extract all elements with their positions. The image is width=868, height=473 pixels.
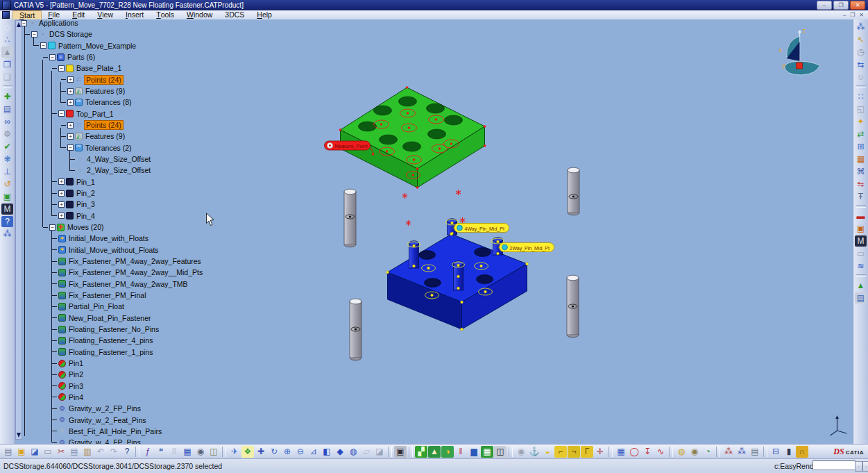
duplicate-cards-button[interactable]: ▤	[1, 103, 13, 115]
tree-item-moves-20-[interactable]: −✚Moves (20)	[15, 222, 223, 233]
tree-expander-icon[interactable]: +	[58, 201, 65, 208]
tree-item-points-24-[interactable]: +∷Points (24)	[15, 74, 223, 85]
transfer-arrows-button[interactable]: ⇋	[855, 179, 867, 190]
dcs-histogram-button[interactable]: ‖	[454, 446, 467, 458]
measure-points-button[interactable]: ∷	[855, 91, 867, 102]
tree-item-base-plate-1[interactable]: −Base_Plate_1	[15, 63, 223, 74]
color-map-grid-button[interactable]: ▦	[855, 153, 867, 165]
dcs-graph-button[interactable]: ▆	[468, 446, 480, 458]
undo-button[interactable]: ↶	[94, 446, 107, 458]
camera-capture-button[interactable]: ▣	[394, 446, 407, 458]
tolerance-panel-button[interactable]: ⊞	[855, 141, 867, 152]
easyrender-input[interactable]	[812, 460, 856, 470]
screen-player-button[interactable]: ▭	[855, 248, 867, 259]
fit-all-in-button[interactable]: ❖	[241, 446, 254, 458]
cut-button[interactable]: ✂	[55, 446, 67, 458]
validate-check-button[interactable]: ✔	[1, 141, 13, 152]
formula-fx-button[interactable]: ƒ	[142, 446, 154, 458]
tree-item-pin-3[interactable]: +Pin_3	[15, 199, 223, 210]
tree-item-tolerances-2-[interactable]: −ººTolerances (2)	[15, 142, 223, 153]
sparkle-wand-button[interactable]: ✦	[855, 116, 867, 127]
tree-item-fix-fastener-pm-4way-2way-features[interactable]: Fix_Fastener_PM_4way_2way_Features	[15, 256, 223, 267]
tree-expander-icon[interactable]: +	[67, 122, 74, 128]
undo-locked-button[interactable]: ↺	[1, 179, 13, 190]
tree-item-initial-move-with-floats[interactable]: ✶Initial_Move_with_Floats	[15, 233, 223, 244]
save-button[interactable]: ◪	[28, 446, 41, 458]
menu-file[interactable]: File	[42, 10, 66, 19]
tree-expander-icon[interactable]: −	[58, 65, 65, 72]
doc-close-icon[interactable]: ✕	[859, 12, 864, 18]
time-analysis-button[interactable]: ◷	[855, 47, 867, 58]
tree-expander-icon[interactable]: −	[67, 144, 74, 151]
ground-anchor-button[interactable]: ⊥	[1, 166, 13, 177]
dcs-six-way-jack-button[interactable]: ✛	[594, 446, 606, 458]
structure-diagram-1-button[interactable]: ⁂	[722, 446, 735, 458]
blue-pin-left[interactable]	[408, 241, 420, 268]
restore-icon[interactable]: ❐	[833, 1, 849, 10]
movie-recorder-button[interactable]: M	[855, 235, 867, 247]
tree-expander-icon[interactable]: −	[58, 110, 65, 117]
design-table-button[interactable]: ▦	[181, 446, 194, 458]
normal-view-button[interactable]: ⊿	[307, 446, 320, 458]
tree-item-floating-fastener-4-pins[interactable]: Floating_Fastener_4_pins	[15, 335, 223, 346]
menu-tools[interactable]: Tools	[150, 10, 180, 19]
tree-expander-icon[interactable]: +	[67, 88, 74, 94]
dcs-measure-arc-button[interactable]: ∿	[654, 446, 667, 458]
structure-tree-button[interactable]: Ŧ	[855, 191, 867, 202]
iso-view-cube-button[interactable]: ◆	[334, 446, 346, 458]
section-plane-button[interactable]: ◱	[855, 103, 867, 115]
tree-item-pin4[interactable]: Pin4	[15, 392, 223, 403]
tree-item-fix-fastener-pm-4way-2way-mid-pts[interactable]: Fix_Fastener_PM_4way_2way__Mid_Pts	[15, 267, 223, 278]
dcs-robot-arm-button[interactable]: Γ	[581, 446, 593, 458]
minimize-icon[interactable]: –	[817, 1, 832, 10]
tree-expander-icon[interactable]: −	[31, 31, 37, 38]
part-body-button[interactable]: ◇	[1, 22, 13, 33]
simulation-box-button[interactable]: ▣	[855, 223, 867, 234]
what-is-this-button[interactable]: ?	[121, 446, 133, 458]
select-cursor-button[interactable]: ↖	[855, 34, 867, 45]
tree-item-pattern-move-example[interactable]: −Pattern_Move_Example	[15, 40, 223, 51]
tree-item-tolerances-8-[interactable]: +ººTolerances (8)	[15, 97, 223, 108]
manikin-button[interactable]: ⌘	[855, 166, 867, 177]
tree-expander-icon[interactable]: +	[67, 133, 74, 140]
redo-button[interactable]: ↷	[108, 446, 120, 458]
status-button-1[interactable]: ▫	[855, 461, 862, 472]
dcs-deviation-button[interactable]: ▞	[415, 446, 427, 458]
tree-item-points-24-[interactable]: +∷Points (24)	[15, 119, 223, 131]
pan-button[interactable]: ✚	[255, 446, 267, 458]
dof-move-button[interactable]: ⇄	[855, 128, 867, 140]
floating-pin-3[interactable]	[350, 299, 361, 360]
doc-restore-icon[interactable]: ❐	[850, 12, 855, 18]
toolbox-button[interactable]: ⚙	[1, 128, 13, 140]
quick-view-button[interactable]: ◧	[321, 446, 333, 458]
copy-button[interactable]: ▤	[68, 446, 80, 458]
tree-item-initial-move-without-floats[interactable]: ✶Initial_Move_without_Floats	[15, 244, 223, 256]
floating-pin-1[interactable]	[344, 189, 356, 247]
add-feature-sphere-button[interactable]: ✚	[1, 91, 13, 102]
link-molecule-button[interactable]: ⁂	[1, 229, 13, 240]
open-folder-button[interactable]: ▣	[15, 446, 28, 458]
compass[interactable]: z x y	[779, 27, 820, 75]
move-cube-button[interactable]: ❐	[1, 59, 13, 70]
dcs-drop-point-button[interactable]: ↧	[641, 446, 654, 458]
green-display-button[interactable]: ▣	[1, 191, 13, 202]
tree-item-4-way-size-offset[interactable]: ⁘4_Way_Size_Offset	[15, 153, 223, 165]
axis-cube-button[interactable]: ❑	[1, 72, 13, 83]
render-camera-button[interactable]: ◉	[688, 446, 701, 458]
zoom-in-button[interactable]: ⊕	[281, 446, 293, 458]
macro-m-button[interactable]: M	[1, 204, 13, 215]
dcs-point-grid-add-button[interactable]: ▦	[615, 446, 627, 458]
ghost-dim-button[interactable]: 8	[168, 446, 180, 458]
dcs-move-sequence-button[interactable]: ¬	[568, 446, 580, 458]
tree-item-features-9-[interactable]: +◭Features (9)	[15, 85, 223, 97]
wireframe-view-button[interactable]: ◪	[373, 446, 386, 458]
point-cloud-button[interactable]: ∴	[1, 34, 13, 45]
menu-view[interactable]: View	[91, 10, 119, 19]
report-printer-button[interactable]: ▤	[749, 446, 761, 458]
pan-hand-button[interactable]: ∪	[855, 72, 867, 83]
dcs-mouse-tool-button[interactable]: ◉	[515, 446, 527, 458]
tree-item-new-float-pin-fastener[interactable]: New_Float_Pin_Fastener	[15, 313, 223, 324]
hidden-line-view-button[interactable]: ▱	[360, 446, 373, 458]
tree-item-dcs-storage[interactable]: −▪DCS Storage	[15, 28, 223, 40]
print-button[interactable]: ▭	[42, 446, 54, 458]
